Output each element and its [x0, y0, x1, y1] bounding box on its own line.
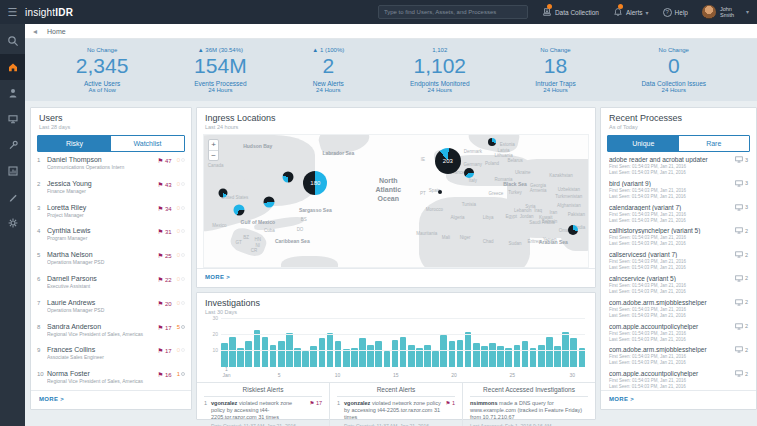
data-collection-button[interactable]: Data Collection — [542, 7, 599, 17]
monitor-icon — [735, 346, 743, 353]
y-axis-tick: 20 — [207, 331, 218, 337]
logo-text-regular: insight — [25, 7, 55, 18]
user-menu[interactable]: John Smith ▾ — [702, 5, 749, 19]
investigations-header: Investigations Last 30 Days — [197, 293, 595, 315]
global-search-input[interactable] — [378, 5, 528, 19]
map-label: Mauritania — [416, 230, 437, 235]
tab-unique[interactable]: Unique — [608, 136, 679, 151]
alert-value: 0 — [177, 347, 180, 353]
sidebar-item-settings[interactable] — [0, 210, 25, 236]
riskiest-alert-item[interactable]: 1 vgonzalez violated network zone policy… — [204, 397, 322, 426]
user-list-item[interactable]: 8 Sandra Anderson Regional Vice Presiden… — [31, 319, 191, 343]
chart-bar — [343, 349, 350, 367]
user-list-item[interactable]: 1 Daniel Thompson Communications Operati… — [31, 152, 191, 176]
ring-icon — [181, 206, 185, 210]
sidebar-item-home[interactable] — [0, 54, 25, 80]
sidebar-item-search[interactable] — [0, 28, 25, 54]
map-label: Pakistan — [568, 212, 585, 217]
alert-body: vgonzalez violated network zone policy b… — [344, 400, 441, 426]
user-counts: ⚑ 16 1 — [157, 370, 185, 390]
map-label: Georgia — [530, 183, 546, 188]
zoom-in-button[interactable]: + — [209, 140, 218, 150]
back-chevron-icon[interactable]: ◂ — [33, 27, 37, 36]
ingress-pie-marker[interactable] — [233, 205, 244, 216]
user-list-item[interactable]: 9 Frances Collins Associate Sales Engine… — [31, 342, 191, 366]
tab-rare[interactable]: Rare — [679, 136, 750, 151]
user-name: Loretta Riley — [47, 204, 157, 211]
process-list-item[interactable]: callservicesd (variant 7) 2 First Seen: … — [601, 247, 756, 271]
process-first-seen: First Seen: 01:54:03 PM, Jan 21, 2016 — [609, 259, 748, 264]
user-list-item[interactable]: 6 Darnell Parsons Executive Assistant ⚑ … — [31, 271, 191, 295]
chart-bar — [489, 343, 496, 367]
help-button[interactable]: ? Help — [663, 8, 688, 17]
flag-icon: ⚑ — [157, 252, 163, 259]
monitor-icon — [735, 156, 743, 163]
user-rank: 4 — [37, 227, 47, 247]
ingress-more-link[interactable]: MORE > — [197, 268, 595, 285]
sidebar-item-endpoints[interactable] — [0, 106, 25, 132]
process-list-item[interactable]: com.adobe.arm.smjobblesshelper 2 First S… — [601, 342, 756, 366]
user-list-item[interactable]: 7 Laurie Andrews Operations Manager PSD … — [31, 295, 191, 319]
user-list-item[interactable]: 10 Norma Foster Regional Vice President … — [31, 366, 191, 390]
process-list-item[interactable]: calncservice (variant 5) 2 First Seen: 0… — [601, 271, 756, 295]
app-logo[interactable]: insightIDR — [25, 7, 73, 18]
tab-risky[interactable]: Risky — [38, 136, 111, 151]
chart-bar — [229, 337, 236, 367]
menu-icon[interactable]: ☰ — [0, 6, 25, 19]
map-label: Afghanistan — [557, 202, 581, 207]
sidebar-item-users[interactable] — [0, 80, 25, 106]
process-first-seen: First Seen: 01:54:03 PM, Jan 21, 2016 — [609, 283, 748, 288]
users-more-link[interactable]: MORE > — [31, 390, 191, 407]
flag-value: 17 — [165, 325, 172, 331]
processes-more-link[interactable]: MORE > — [601, 390, 756, 407]
process-list-item[interactable]: calendaragent (variant 7) 3 First Seen: … — [601, 200, 756, 224]
sidebar-item-compose[interactable] — [0, 184, 25, 210]
asset-count: 3 — [735, 180, 748, 187]
recent-accessed-item[interactable]: nsimmons made a DNS query for www.exampl… — [470, 397, 588, 426]
alerts-menu-button[interactable]: Alerts ▾ — [613, 7, 649, 17]
world-map[interactable]: + − Hudson BayLabrador SeaCanadaUnited S… — [203, 134, 589, 268]
ingress-pie-marker[interactable] — [488, 138, 496, 146]
user-counts: ⚑ 17 0 — [157, 346, 185, 366]
ingress-pie-marker[interactable] — [283, 172, 294, 183]
process-list-item[interactable]: callhistorysynchelper (variant 5) 2 Firs… — [601, 223, 756, 247]
ingress-pie-marker[interactable]: 203 — [435, 148, 461, 174]
sidebar-item-toolbox[interactable] — [0, 132, 25, 158]
ingress-pie-marker[interactable] — [219, 189, 228, 198]
ingress-pie-marker[interactable]: 180 — [303, 171, 327, 195]
process-list-item[interactable]: com.apple.accountpolicyhelper 2 First Se… — [601, 366, 756, 390]
monitor-icon — [735, 370, 743, 377]
sidebar-item-reports[interactable] — [0, 158, 25, 184]
ingress-pie-marker[interactable] — [464, 168, 474, 178]
asset-count: 2 — [735, 323, 748, 330]
user-list-item[interactable]: 2 Jessica Young Finance Manager ⚑ 43 0 — [31, 176, 191, 200]
data-collection-badge — [547, 4, 552, 9]
recent-alert-item[interactable]: 1 vgonzalez violated network zone policy… — [337, 397, 455, 426]
map-label: Estonia — [500, 142, 515, 147]
user-list-item[interactable]: 5 Martha Nelson Operations Manager PSD ⚑… — [31, 247, 191, 271]
zoom-out-button[interactable]: − — [209, 150, 218, 160]
process-last-seen: Last Seen: 01:54:03 PM, Jan 21, 2016 — [609, 170, 748, 175]
ingress-pie-marker[interactable] — [568, 225, 578, 235]
flag-value: 43 — [165, 182, 172, 188]
ingress-pie-marker[interactable] — [264, 197, 275, 208]
user-title: Operations Manager PSD — [47, 259, 157, 265]
process-top: calncservice (variant 5) 2 — [609, 275, 748, 282]
ingress-pie-marker[interactable] — [438, 190, 442, 194]
process-list-item[interactable]: com.apple.accountpolicyhelper 2 First Se… — [601, 319, 756, 343]
flag-count: ⚑ 17 — [157, 324, 171, 332]
ring-icon — [181, 277, 185, 281]
process-list-item[interactable]: com.adobe.arm.smjobblesshelper 2 First S… — [601, 295, 756, 319]
user-list-item[interactable]: 3 Loretta Riley Project Manager ⚑ 34 0 — [31, 200, 191, 224]
tab-watchlist[interactable]: Watchlist — [111, 136, 184, 151]
map-label: Cuba — [264, 228, 275, 233]
map-label: Saudi Arabia — [529, 220, 555, 225]
stat-value: 2,345 — [76, 55, 129, 77]
ingress-header: Ingress Locations Last 24 hours — [197, 108, 595, 133]
chart-bar — [262, 337, 269, 367]
user-list-item[interactable]: 4 Cynthia Lewis Program Manager ⚑ 31 0 — [31, 223, 191, 247]
process-list-item[interactable]: bird (variant 9) 3 First Seen: 01:54:03 … — [601, 176, 756, 200]
alert-count: 0 — [177, 205, 185, 211]
process-list-item[interactable]: adobe reader and acrobat updater 3 First… — [601, 152, 756, 176]
chart-bar — [514, 345, 521, 367]
